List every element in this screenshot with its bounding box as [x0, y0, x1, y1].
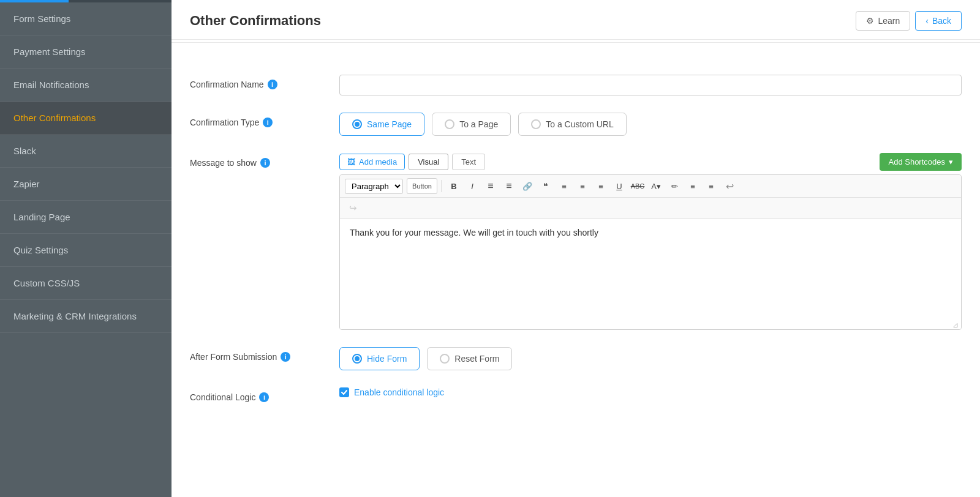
conditional-logic-control: Enable conditional logic: [339, 387, 962, 397]
confirmation-type-radio-group: Same Page To a Page To a Custom URL: [339, 113, 962, 136]
redo-toolbar: ↪: [340, 198, 961, 219]
undo-button[interactable]: ↩: [721, 178, 738, 194]
form-content: Confirmation Name i Confirmation Type i: [172, 58, 980, 497]
back-button[interactable]: ‹ Back: [915, 11, 962, 31]
conditional-logic-label: Conditional Logic i: [190, 387, 325, 402]
sidebar-item-custom-css-js[interactable]: Custom CSS/JS: [0, 267, 172, 300]
radio-circle-reset-form: [440, 354, 450, 364]
confirmation-type-label: Confirmation Type i: [190, 113, 325, 127]
sidebar-item-quiz-settings[interactable]: Quiz Settings: [0, 234, 172, 267]
top-bar-actions: ⚙ Learn ‹ Back: [856, 11, 962, 31]
redo-button[interactable]: ↪: [345, 200, 361, 216]
blockquote-button[interactable]: ❝: [537, 178, 554, 194]
radio-circle-to-a-page: [445, 119, 454, 129]
learn-icon: ⚙: [866, 16, 874, 26]
confirmation-type-info-icon: i: [263, 118, 273, 127]
unordered-list-button[interactable]: ≡: [482, 178, 499, 194]
radio-same-page[interactable]: Same Page: [339, 113, 424, 136]
confirmation-type-row: Confirmation Type i Same Page To a Page: [190, 113, 962, 136]
editor-format-toolbar: Paragraph Button B I ≡ ≡ 🔗 ❝ ≡ ≡ ≡ U: [340, 175, 961, 198]
add-media-button[interactable]: 🖼 Add media: [339, 154, 405, 170]
link-button[interactable]: 🔗: [519, 178, 536, 194]
after-form-submission-control: Hide Form Reset Form: [339, 347, 962, 370]
progress-fill: [0, 0, 69, 2]
radio-circle-to-a-custom-url: [531, 119, 541, 129]
sidebar-item-zapier[interactable]: Zapier: [0, 168, 172, 201]
chevron-left-icon: ‹: [925, 16, 929, 26]
sidebar-item-landing-page[interactable]: Landing Page: [0, 201, 172, 234]
underline-button[interactable]: U: [611, 178, 628, 194]
confirmation-name-label: Confirmation Name i: [190, 75, 325, 89]
after-form-submission-info-icon: i: [281, 352, 290, 362]
enable-conditional-logic-row: Enable conditional logic: [339, 387, 962, 397]
sidebar: Form Settings Payment Settings Email Not…: [0, 0, 172, 497]
outdent-button[interactable]: ≡: [703, 178, 720, 194]
text-color-button[interactable]: A▾: [647, 178, 665, 194]
conditional-logic-row: Conditional Logic i Enable conditional l…: [190, 387, 962, 402]
enable-conditional-logic-checkbox[interactable]: [339, 387, 349, 397]
align-right-button[interactable]: ≡: [592, 178, 609, 194]
radio-inner-hide-form: [355, 356, 360, 361]
confirmation-name-row: Confirmation Name i: [190, 75, 962, 95]
tab-text[interactable]: Text: [452, 154, 485, 170]
radio-circle-hide-form: [352, 354, 362, 364]
editor-body[interactable]: Thank you for your message. We will get …: [340, 219, 961, 329]
add-media-icon: 🖼: [347, 157, 355, 166]
confirmation-type-control: Same Page To a Page To a Custom URL: [339, 113, 962, 136]
editor-top-left: 🖼 Add media Visual Text: [339, 154, 485, 170]
eraser-button[interactable]: ✏: [666, 178, 683, 194]
radio-to-a-custom-url[interactable]: To a Custom URL: [518, 113, 626, 136]
tab-visual[interactable]: Visual: [409, 154, 448, 170]
sidebar-item-form-settings[interactable]: Form Settings: [0, 2, 172, 36]
sidebar-item-other-confirmations[interactable]: Other Confirmations: [0, 102, 172, 135]
add-shortcodes-button[interactable]: Add Shortcodes ▾: [880, 153, 962, 171]
sidebar-item-payment-settings[interactable]: Payment Settings: [0, 36, 172, 69]
confirmation-name-input[interactable]: [339, 75, 962, 95]
main-content: Other Confirmations ⚙ Learn ‹ Back Confi…: [172, 0, 980, 497]
message-to-show-label: Message to show i: [190, 153, 325, 168]
page-title: Other Confirmations: [190, 13, 321, 29]
button-format-btn[interactable]: Button: [407, 178, 437, 194]
bold-button[interactable]: B: [445, 178, 462, 194]
align-left-button[interactable]: ≡: [556, 178, 573, 194]
indent-button[interactable]: ≡: [684, 178, 701, 194]
radio-hide-form[interactable]: Hide Form: [339, 347, 420, 370]
editor-resize-handle[interactable]: ⊿: [952, 321, 959, 327]
italic-button[interactable]: I: [464, 178, 481, 194]
paragraph-select[interactable]: Paragraph: [345, 179, 403, 194]
confirmation-name-control: [339, 75, 962, 95]
sidebar-item-email-notifications[interactable]: Email Notifications: [0, 69, 172, 102]
enable-conditional-logic-label[interactable]: Enable conditional logic: [354, 387, 444, 397]
checkmark-icon: [341, 390, 347, 395]
radio-to-a-page[interactable]: To a Page: [432, 113, 511, 136]
message-to-show-info-icon: i: [260, 158, 270, 168]
message-to-show-row: Message to show i 🖼 Add media Visual: [190, 153, 962, 330]
learn-button[interactable]: ⚙ Learn: [856, 11, 910, 31]
confirmation-name-info-icon: i: [268, 80, 277, 89]
align-center-button[interactable]: ≡: [574, 178, 591, 194]
top-bar: Other Confirmations ⚙ Learn ‹ Back: [172, 0, 980, 40]
progress-bar: [0, 0, 172, 2]
ordered-list-button[interactable]: ≡: [500, 178, 518, 194]
editor-wrapper: Paragraph Button B I ≡ ≡ 🔗 ❝ ≡ ≡ ≡ U: [339, 174, 962, 330]
radio-reset-form[interactable]: Reset Form: [427, 347, 512, 370]
after-form-submission-row: After Form Submission i Hide Form Reset …: [190, 347, 962, 370]
sidebar-item-marketing-crm[interactable]: Marketing & CRM Integrations: [0, 300, 172, 333]
sidebar-item-slack[interactable]: Slack: [0, 135, 172, 168]
message-to-show-control: 🖼 Add media Visual Text Add Shortcodes ▾: [339, 153, 962, 330]
after-form-submission-label: After Form Submission i: [190, 347, 325, 362]
conditional-logic-info-icon: i: [259, 392, 269, 402]
radio-inner-same-page: [355, 122, 360, 127]
strikethrough-button[interactable]: ABC: [629, 178, 646, 194]
radio-circle-same-page: [352, 119, 362, 129]
after-form-submission-radio-group: Hide Form Reset Form: [339, 347, 962, 370]
top-divider: [172, 42, 980, 43]
format-sep-1: [441, 180, 442, 192]
shortcodes-chevron-icon: ▾: [949, 157, 953, 166]
